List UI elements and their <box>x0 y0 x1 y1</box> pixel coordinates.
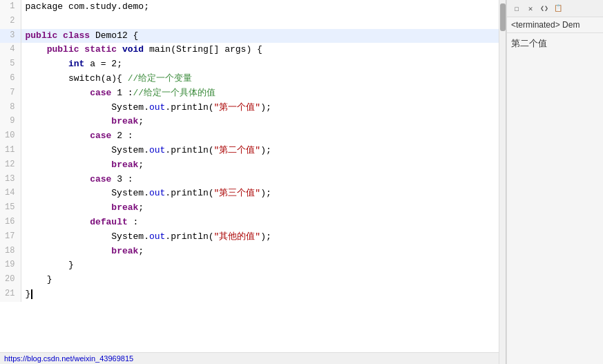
line-number: 11 <box>0 144 21 158</box>
line-code: System.out.println("其他的值"); <box>21 230 499 245</box>
line-code: switch(a){ //给定一个变量 <box>21 72 499 86</box>
line-code: break; <box>21 115 499 129</box>
line-code: package com.study.demo; <box>21 0 499 15</box>
line-number: 17 <box>0 230 21 245</box>
line-code: System.out.println("第一个值"); <box>21 101 499 115</box>
line-number: 21 <box>0 287 21 302</box>
line-code <box>21 15 499 29</box>
line-number: 14 <box>0 186 21 201</box>
line-code: break; <box>21 245 499 259</box>
line-number: 13 <box>0 173 21 187</box>
line-number: 4 <box>0 43 21 57</box>
line-code: public class Demo12 { <box>21 29 499 44</box>
line-code: break; <box>21 158 499 173</box>
editor-area: 1package com.study.demo;2 3public class … <box>0 0 506 364</box>
line-code: case 1 ://给定一个具体的值 <box>21 86 499 101</box>
line-number: 16 <box>0 215 21 230</box>
line-code: public static void main(String[] args) { <box>21 43 499 57</box>
line-code: System.out.println("第三个值"); <box>21 186 499 201</box>
cursor <box>31 289 32 299</box>
close-button[interactable]: ✕ <box>525 3 536 14</box>
line-number: 10 <box>0 129 21 144</box>
line-code: int a = 2; <box>21 57 499 72</box>
line-number: 18 <box>0 245 21 259</box>
line-code: case 3 : <box>21 173 499 187</box>
line-code: break; <box>21 201 499 215</box>
code-icon[interactable]: ❮❯ <box>539 3 550 14</box>
right-panel-content: 第二个值 <box>507 33 603 364</box>
line-number: 1 <box>0 0 21 15</box>
line-number: 15 <box>0 201 21 215</box>
code-content[interactable]: 1package com.study.demo;2 3public class … <box>0 0 499 364</box>
line-number: 8 <box>0 101 21 115</box>
line-number: 3 <box>0 29 21 44</box>
line-number: 7 <box>0 86 21 101</box>
right-toolbar: ☐ ✕ ❮❯ 📋 <box>507 0 603 17</box>
line-number: 9 <box>0 115 21 129</box>
scroll-bar[interactable] <box>499 0 506 364</box>
output-value: 第二个值 <box>511 37 599 50</box>
line-code: } <box>21 273 499 287</box>
line-number: 12 <box>0 158 21 173</box>
editor-wrapper: 1package com.study.demo;2 3public class … <box>0 0 506 364</box>
copy-icon[interactable]: 📋 <box>553 3 564 14</box>
code-table: 1package com.study.demo;2 3public class … <box>0 0 499 302</box>
right-panel-header: <terminated> Dem <box>507 17 603 33</box>
line-code: } <box>21 287 499 302</box>
line-code: } <box>21 258 499 273</box>
bottom-url: https://blog.csdn.net/weixin_43969815 <box>0 352 499 364</box>
line-number: 5 <box>0 57 21 72</box>
line-number: 2 <box>0 15 21 29</box>
line-code: default : <box>21 215 499 230</box>
line-code: System.out.println("第二个值"); <box>21 144 499 158</box>
line-number: 6 <box>0 72 21 86</box>
line-number: 19 <box>0 258 21 273</box>
minimize-button[interactable]: ☐ <box>511 3 522 14</box>
line-code: case 2 : <box>21 129 499 144</box>
scroll-thumb[interactable] <box>500 3 506 31</box>
right-panel: ☐ ✕ ❮❯ 📋 <terminated> Dem 第二个值 <box>506 0 603 364</box>
line-number: 20 <box>0 273 21 287</box>
